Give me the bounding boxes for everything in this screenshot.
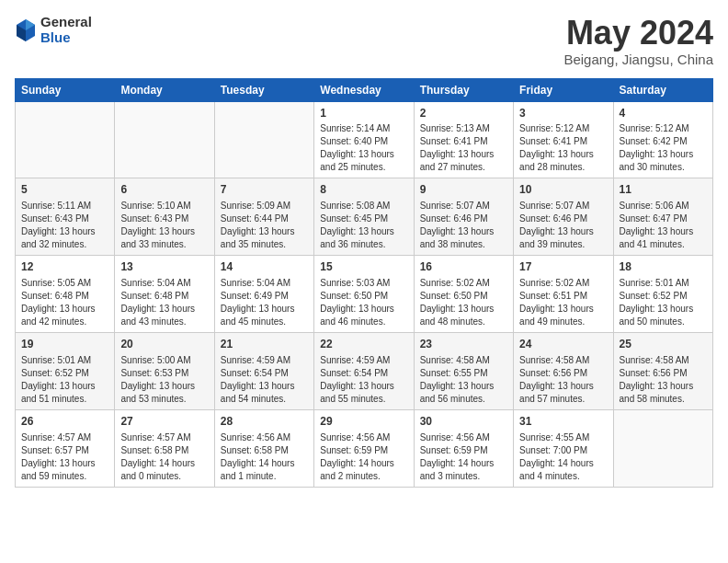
table-row [613, 409, 712, 487]
day-info: Sunrise: 5:02 AM Sunset: 6:50 PM Dayligh… [420, 277, 507, 328]
day-number: 10 [519, 182, 607, 198]
day-info: Sunrise: 5:00 AM Sunset: 6:53 PM Dayligh… [120, 354, 208, 406]
day-number: 9 [420, 182, 507, 198]
table-row: 19Sunrise: 5:01 AM Sunset: 6:52 PM Dayli… [16, 332, 115, 409]
day-number: 27 [120, 414, 208, 430]
day-number: 8 [320, 182, 407, 198]
day-number: 11 [620, 182, 707, 198]
day-number: 22 [320, 337, 407, 352]
calendar-week-row: 1Sunrise: 5:14 AM Sunset: 6:40 PM Daylig… [16, 101, 713, 178]
calendar-week-row: 5Sunrise: 5:11 AM Sunset: 6:43 PM Daylig… [16, 178, 713, 256]
day-info: Sunrise: 4:56 AM Sunset: 6:59 PM Dayligh… [420, 431, 507, 483]
day-number: 2 [420, 106, 507, 121]
day-number: 28 [221, 414, 308, 430]
table-row: 14Sunrise: 5:04 AM Sunset: 6:49 PM Dayli… [214, 256, 313, 333]
table-row: 23Sunrise: 4:58 AM Sunset: 6:55 PM Dayli… [414, 332, 513, 409]
table-row: 16Sunrise: 5:02 AM Sunset: 6:50 PM Dayli… [414, 256, 513, 333]
logo-blue-text: Blue [40, 30, 92, 46]
day-info: Sunrise: 5:10 AM Sunset: 6:43 PM Dayligh… [120, 200, 208, 251]
day-info: Sunrise: 5:05 AM Sunset: 6:48 PM Dayligh… [21, 277, 108, 328]
calendar-table: Sunday Monday Tuesday Wednesday Thursday… [15, 78, 713, 488]
table-row: 24Sunrise: 4:58 AM Sunset: 6:56 PM Dayli… [514, 332, 613, 409]
table-row: 3Sunrise: 5:12 AM Sunset: 6:41 PM Daylig… [514, 101, 613, 178]
page-header: General Blue May 2024 Beigang, Jiangsu, … [15, 15, 713, 67]
table-row: 22Sunrise: 4:59 AM Sunset: 6:54 PM Dayli… [314, 332, 414, 409]
calendar-header-row: Sunday Monday Tuesday Wednesday Thursday… [16, 78, 713, 101]
table-row: 28Sunrise: 4:56 AM Sunset: 6:58 PM Dayli… [214, 409, 313, 487]
table-row: 7Sunrise: 5:09 AM Sunset: 6:44 PM Daylig… [214, 178, 313, 256]
day-number: 1 [320, 106, 407, 121]
day-number: 13 [120, 259, 208, 275]
table-row: 6Sunrise: 5:10 AM Sunset: 6:43 PM Daylig… [115, 178, 214, 256]
logo-text: General Blue [40, 15, 92, 45]
day-info: Sunrise: 5:12 AM Sunset: 6:41 PM Dayligh… [519, 122, 607, 174]
day-number: 4 [620, 106, 707, 121]
table-row: 31Sunrise: 4:55 AM Sunset: 7:00 PM Dayli… [514, 409, 613, 487]
header-sunday: Sunday [16, 78, 115, 101]
day-info: Sunrise: 4:58 AM Sunset: 6:55 PM Dayligh… [420, 354, 507, 406]
table-row: 30Sunrise: 4:56 AM Sunset: 6:59 PM Dayli… [414, 409, 513, 487]
table-row: 17Sunrise: 5:02 AM Sunset: 6:51 PM Dayli… [514, 256, 613, 333]
table-row: 1Sunrise: 5:14 AM Sunset: 6:40 PM Daylig… [314, 101, 414, 178]
day-number: 31 [519, 414, 607, 430]
calendar-week-row: 12Sunrise: 5:05 AM Sunset: 6:48 PM Dayli… [16, 256, 713, 333]
table-row: 26Sunrise: 4:57 AM Sunset: 6:57 PM Dayli… [16, 409, 115, 487]
day-number: 26 [21, 414, 108, 430]
day-number: 30 [420, 414, 507, 430]
day-number: 15 [320, 259, 407, 275]
header-tuesday: Tuesday [214, 78, 313, 101]
day-info: Sunrise: 5:14 AM Sunset: 6:40 PM Dayligh… [320, 122, 407, 174]
day-info: Sunrise: 5:01 AM Sunset: 6:52 PM Dayligh… [620, 277, 707, 328]
day-info: Sunrise: 5:08 AM Sunset: 6:45 PM Dayligh… [320, 200, 407, 251]
day-number: 18 [620, 259, 707, 275]
day-number: 7 [221, 182, 308, 198]
calendar-week-row: 19Sunrise: 5:01 AM Sunset: 6:52 PM Dayli… [16, 332, 713, 409]
day-number: 20 [120, 337, 208, 352]
day-number: 14 [221, 259, 308, 275]
table-row: 5Sunrise: 5:11 AM Sunset: 6:43 PM Daylig… [16, 178, 115, 256]
logo: General Blue [15, 15, 92, 45]
day-info: Sunrise: 5:04 AM Sunset: 6:49 PM Dayligh… [221, 277, 308, 328]
day-info: Sunrise: 4:56 AM Sunset: 6:59 PM Dayligh… [320, 431, 407, 483]
table-row: 15Sunrise: 5:03 AM Sunset: 6:50 PM Dayli… [314, 256, 414, 333]
calendar-location: Beigang, Jiangsu, China [563, 52, 713, 67]
day-info: Sunrise: 5:13 AM Sunset: 6:41 PM Dayligh… [420, 122, 507, 174]
day-info: Sunrise: 5:04 AM Sunset: 6:48 PM Dayligh… [120, 277, 208, 328]
header-wednesday: Wednesday [314, 78, 414, 101]
table-row [214, 101, 313, 178]
table-row: 4Sunrise: 5:12 AM Sunset: 6:42 PM Daylig… [613, 101, 712, 178]
table-row: 9Sunrise: 5:07 AM Sunset: 6:46 PM Daylig… [414, 178, 513, 256]
calendar-week-row: 26Sunrise: 4:57 AM Sunset: 6:57 PM Dayli… [16, 409, 713, 487]
day-info: Sunrise: 5:07 AM Sunset: 6:46 PM Dayligh… [420, 200, 507, 251]
table-row: 11Sunrise: 5:06 AM Sunset: 6:47 PM Dayli… [613, 178, 712, 256]
table-row [16, 101, 115, 178]
header-friday: Friday [514, 78, 613, 101]
day-number: 6 [120, 182, 208, 198]
calendar-title: May 2024 [563, 15, 713, 52]
day-number: 5 [21, 182, 108, 198]
table-row: 18Sunrise: 5:01 AM Sunset: 6:52 PM Dayli… [613, 256, 712, 333]
day-info: Sunrise: 4:59 AM Sunset: 6:54 PM Dayligh… [320, 354, 407, 406]
day-info: Sunrise: 4:58 AM Sunset: 6:56 PM Dayligh… [620, 354, 707, 406]
table-row: 29Sunrise: 4:56 AM Sunset: 6:59 PM Dayli… [314, 409, 414, 487]
day-number: 17 [519, 259, 607, 275]
logo-icon [15, 17, 37, 43]
day-info: Sunrise: 5:07 AM Sunset: 6:46 PM Dayligh… [519, 200, 607, 251]
day-info: Sunrise: 5:09 AM Sunset: 6:44 PM Dayligh… [221, 200, 308, 251]
day-number: 29 [320, 414, 407, 430]
table-row: 10Sunrise: 5:07 AM Sunset: 6:46 PM Dayli… [514, 178, 613, 256]
table-row: 12Sunrise: 5:05 AM Sunset: 6:48 PM Dayli… [16, 256, 115, 333]
day-info: Sunrise: 5:01 AM Sunset: 6:52 PM Dayligh… [21, 354, 108, 406]
table-row: 25Sunrise: 4:58 AM Sunset: 6:56 PM Dayli… [613, 332, 712, 409]
day-number: 19 [21, 337, 108, 352]
logo-general-text: General [40, 15, 92, 30]
day-info: Sunrise: 5:11 AM Sunset: 6:43 PM Dayligh… [21, 200, 108, 251]
day-info: Sunrise: 4:58 AM Sunset: 6:56 PM Dayligh… [519, 354, 607, 406]
table-row [115, 101, 214, 178]
table-row: 21Sunrise: 4:59 AM Sunset: 6:54 PM Dayli… [214, 332, 313, 409]
day-info: Sunrise: 4:57 AM Sunset: 6:58 PM Dayligh… [120, 431, 208, 483]
day-info: Sunrise: 4:57 AM Sunset: 6:57 PM Dayligh… [21, 431, 108, 483]
day-info: Sunrise: 5:06 AM Sunset: 6:47 PM Dayligh… [620, 200, 707, 251]
table-row: 8Sunrise: 5:08 AM Sunset: 6:45 PM Daylig… [314, 178, 414, 256]
title-block: May 2024 Beigang, Jiangsu, China [563, 15, 713, 67]
